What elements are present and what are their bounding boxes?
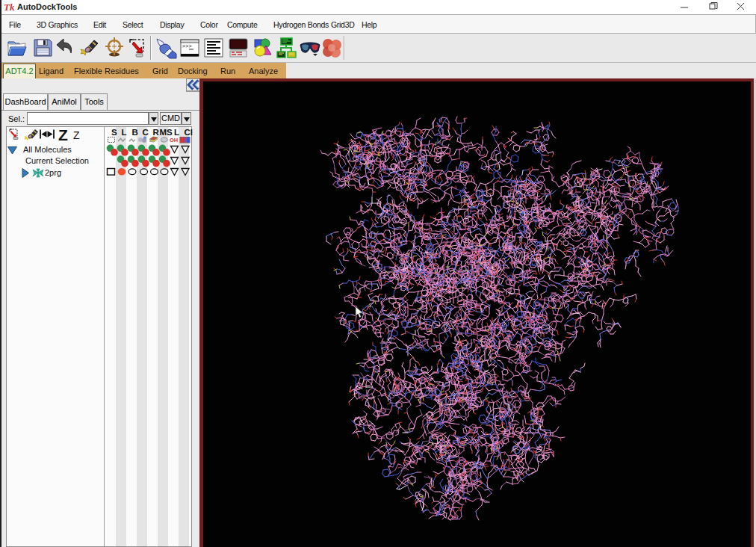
svg-text:S: S: [111, 128, 117, 137]
svg-text:>>>: >>>: [182, 43, 192, 49]
svg-text:Z: Z: [73, 129, 80, 141]
svg-text:C: C: [143, 128, 149, 137]
svg-text:Z: Z: [58, 127, 68, 143]
svg-text:Cl: Cl: [185, 128, 193, 137]
svg-text:Tk: Tk: [4, 2, 14, 12]
svg-text:MS: MS: [160, 128, 173, 137]
svg-text:L: L: [122, 128, 127, 137]
svg-text:B: B: [132, 128, 138, 137]
svg-text:L: L: [174, 128, 179, 137]
svg-text:R: R: [153, 128, 160, 137]
svg-text:OH: OH: [170, 137, 178, 143]
